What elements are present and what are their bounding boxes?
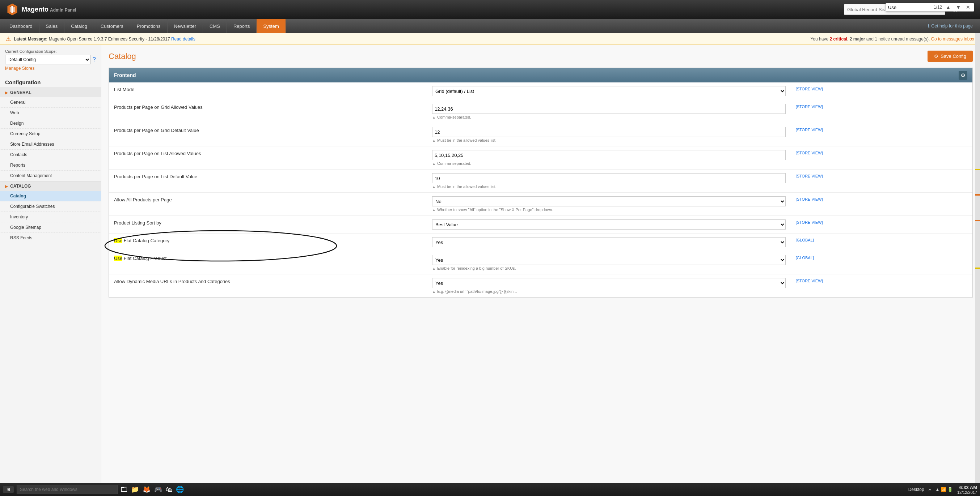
dynamic-media-urls-select[interactable]: Yes No [432,278,786,288]
list-default-value-input[interactable] [432,173,786,183]
hint-arrow-icon: ▲ [432,138,436,143]
scope-help-icon[interactable]: ? [93,56,96,63]
find-up-button[interactable]: ▲ [944,4,952,11]
alert-right: You have 2 critical, 2 major and 1 notic… [810,36,974,41]
sidebar-item-configurable-swatches[interactable]: Configurable Swatches [0,201,101,212]
section-toggle-button[interactable]: ⊙ [959,71,967,79]
hint-arrow-icon: ▲ [432,185,436,189]
scrollbar-marker-yellow [975,268,980,269]
help-link[interactable]: ℹ Get help for this page [924,24,977,29]
nav-newsletter[interactable]: Newsletter [167,19,203,33]
grid-default-value-input[interactable] [432,127,786,137]
nav-cms[interactable]: CMS [203,19,227,33]
main-layout: Current Configuration Scope: Default Con… [0,45,980,483]
scope-badge: [GLOBAL] [791,251,972,274]
save-config-button[interactable]: ⚙ Save Config [928,51,973,62]
scrollbar-markers [975,33,980,483]
list-mode-select[interactable]: Grid (default) / List List only Grid onl… [432,86,786,96]
scope-badge: [STORE VIEW] [791,274,972,298]
table-row: Use Flat Catalog Product Yes No ▲ Enable… [109,251,972,274]
allow-all-products-select[interactable]: No Yes [432,196,786,206]
nav-reports[interactable]: Reports [227,19,257,33]
sidebar-item-design[interactable]: Design [0,118,101,129]
hint-arrow-icon: ▲ [432,208,436,212]
scope-badge: [STORE VIEW] [791,170,972,193]
table-row: Allow Dynamic Media URLs in Products and… [109,274,972,298]
sidebar-item-store-email[interactable]: Store Email Addresses [0,139,101,150]
scrollbar-marker-orange [975,194,980,196]
scope-select[interactable]: Default Config [5,55,91,64]
table-row: List Mode Grid (default) / List List onl… [109,82,972,100]
field-input-cell: ▲ Comma-separated. [427,146,791,170]
nav-dashboard[interactable]: Dashboard [3,19,40,33]
flat-catalog-category-select[interactable]: Yes No [432,237,786,247]
field-label: Products per Page on List Default Value [109,170,427,193]
header: MagentoAdmin Panel Logged in as: 1/12 ▲ … [0,0,980,19]
save-icon: ⚙ [934,54,939,59]
sidebar-item-catalog[interactable]: Catalog [0,191,101,201]
field-input-cell: ▲ Comma-separated. [427,100,791,123]
sidebar-item-content-management[interactable]: Content Management [0,171,101,181]
find-count: 1/12 [934,5,942,10]
hint-arrow-icon: ▲ [432,115,436,119]
sidebar-group-general[interactable]: ▶ GENERAL [0,87,101,97]
table-row: Allow All Products per Page No Yes ▲ Whe… [109,193,972,216]
sidebar-item-general[interactable]: General [0,97,101,108]
hint-text: ▲ Must be in the allowed values list. [432,184,786,189]
table-row: Products per Page on List Allowed Values… [109,146,972,170]
sidebar: Current Configuration Scope: Default Con… [0,45,101,483]
find-close-button[interactable]: ✕ [964,4,972,11]
table-row: Products per Page on List Default Value … [109,170,972,193]
sidebar-item-rss-feeds[interactable]: RSS Feeds [0,233,101,243]
find-input[interactable] [888,5,932,10]
sidebar-item-inventory[interactable]: Inventory [0,212,101,222]
nav-catalog[interactable]: Catalog [64,19,94,33]
scope-badge: [STORE VIEW] [791,82,972,100]
hint-arrow-icon: ▲ [432,266,436,270]
table-row: Products per Page on Grid Allowed Values… [109,100,972,123]
alert-bar: ⚠ Latest Message: Magento Open Source 1.… [0,33,980,45]
sidebar-item-google-sitemap[interactable]: Google Sitemap [0,222,101,233]
field-label: Products per Page on List Allowed Values [109,146,427,170]
list-allowed-values-input[interactable] [432,150,786,160]
scope-section: Current Configuration Scope: Default Con… [0,45,101,74]
use-highlight: Use [114,255,123,261]
product-listing-sort-select[interactable]: Best Value Position Name Price [432,219,786,230]
nav-sales[interactable]: Sales [40,19,65,33]
flat-catalog-product-select[interactable]: Yes No [432,255,786,265]
find-down-button[interactable]: ▼ [954,4,962,11]
sidebar-item-currency-setup[interactable]: Currency Setup [0,129,101,139]
sidebar-item-reports[interactable]: Reports [0,160,101,171]
manage-stores-link[interactable]: Manage Stores [5,66,96,71]
field-input-cell: Grid (default) / List List only Grid onl… [427,82,791,100]
scrollbar-marker-yellow [975,169,980,170]
hint-text: ▲ Whether to show "All" option in the "S… [432,208,786,212]
page-title: Catalog [108,52,136,61]
scrollbar-marker-orange [975,220,980,221]
field-label: Use Flat Catalog Product [109,251,427,274]
scope-label: Current Configuration Scope: [5,49,96,54]
sidebar-item-web[interactable]: Web [0,108,101,118]
goto-inbox-link[interactable]: Go to messages inbox [931,36,974,41]
logo-area: MagentoAdmin Panel [6,3,76,16]
scope-badge: [STORE VIEW] [791,123,972,146]
sidebar-item-contacts[interactable]: Contacts [0,150,101,160]
scope-badge: [STORE VIEW] [791,216,972,233]
nav-promotions[interactable]: Promotions [130,19,167,33]
field-label: Use Flat Catalog Category [109,233,427,251]
field-input-cell: Yes No ▲ Enable for reindexing a big num… [427,251,791,274]
info-icon: ℹ [928,24,930,29]
grid-allowed-values-input[interactable] [432,104,786,114]
field-label: Products per Page on Grid Default Value [109,123,427,146]
svg-marker-4 [13,7,15,12]
hint-text: ▲ E.g. {{media url="path/to/image.jpg"}}… [432,289,786,293]
alert-read-details-link[interactable]: Read details [171,36,196,41]
sidebar-group-catalog[interactable]: ▶ CATALOG [0,181,101,191]
sidebar-catalog-items: Catalog Configurable Swatches Inventory … [0,191,101,243]
hint-text: ▲ Comma-separated. [432,161,786,166]
frontend-section-panel: Frontend ⊙ List Mode Grid (default) / Li… [108,68,973,298]
nav-customers[interactable]: Customers [94,19,130,33]
nav-system[interactable]: System [256,19,286,33]
hint-text: ▲ Must be in the allowed values list. [432,138,786,143]
field-label: Products per Page on Grid Allowed Values [109,100,427,123]
